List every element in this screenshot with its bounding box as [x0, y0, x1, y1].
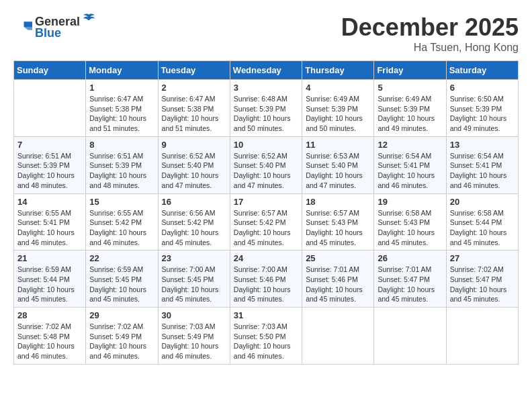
calendar-cell: 3Sunrise: 6:48 AMSunset: 5:39 PMDaylight… — [230, 80, 302, 137]
day-info: Sunrise: 6:52 AMSunset: 5:40 PMDaylight:… — [162, 151, 226, 191]
calendar-cell: 19Sunrise: 6:58 AMSunset: 5:43 PMDayligh… — [374, 193, 446, 250]
day-info: Sunrise: 6:48 AMSunset: 5:39 PMDaylight:… — [234, 94, 298, 134]
day-number: 8 — [89, 140, 154, 150]
day-info: Sunrise: 6:47 AMSunset: 5:38 PMDaylight:… — [89, 94, 154, 134]
day-number: 24 — [234, 253, 298, 263]
calendar-cell: 25Sunrise: 7:01 AMSunset: 5:46 PMDayligh… — [302, 250, 374, 308]
weekday-header-monday: Monday — [86, 61, 158, 80]
weekday-header-friday: Friday — [374, 61, 446, 80]
calendar-cell — [374, 308, 446, 365]
weekday-header-thursday: Thursday — [302, 61, 374, 80]
calendar-cell: 18Sunrise: 6:57 AMSunset: 5:43 PMDayligh… — [302, 193, 374, 250]
logo-bird-icon — [81, 13, 96, 26]
day-info: Sunrise: 6:54 AMSunset: 5:41 PMDaylight:… — [378, 151, 442, 191]
day-info: Sunrise: 7:00 AMSunset: 5:46 PMDaylight:… — [234, 265, 298, 304]
weekday-header-wednesday: Wednesday — [230, 61, 302, 80]
day-number: 20 — [450, 197, 515, 207]
day-number: 23 — [162, 253, 226, 263]
calendar-cell: 11Sunrise: 6:53 AMSunset: 5:40 PMDayligh… — [302, 136, 374, 193]
day-number: 22 — [89, 253, 154, 263]
day-number: 15 — [89, 197, 154, 207]
day-info: Sunrise: 6:58 AMSunset: 5:43 PMDaylight:… — [378, 208, 442, 248]
day-info: Sunrise: 6:51 AMSunset: 5:39 PMDaylight:… — [17, 151, 82, 191]
day-info: Sunrise: 7:03 AMSunset: 5:50 PMDaylight:… — [234, 322, 298, 361]
day-info: Sunrise: 6:50 AMSunset: 5:39 PMDaylight:… — [450, 94, 515, 134]
calendar-cell: 29Sunrise: 7:02 AMSunset: 5:49 PMDayligh… — [86, 308, 158, 365]
calendar-cell: 2Sunrise: 6:47 AMSunset: 5:38 PMDaylight… — [158, 80, 230, 137]
weekday-header-row: SundayMondayTuesdayWednesdayThursdayFrid… — [14, 61, 519, 80]
calendar-cell: 21Sunrise: 6:59 AMSunset: 5:44 PMDayligh… — [14, 250, 86, 308]
calendar-week-row: 28Sunrise: 7:02 AMSunset: 5:48 PMDayligh… — [14, 308, 519, 365]
day-info: Sunrise: 6:47 AMSunset: 5:38 PMDaylight:… — [162, 94, 226, 134]
day-info: Sunrise: 7:02 AMSunset: 5:47 PMDaylight:… — [450, 265, 515, 304]
calendar-cell: 23Sunrise: 7:00 AMSunset: 5:45 PMDayligh… — [158, 250, 230, 308]
day-info: Sunrise: 6:49 AMSunset: 5:39 PMDaylight:… — [306, 94, 370, 134]
calendar-cell: 16Sunrise: 6:56 AMSunset: 5:42 PMDayligh… — [158, 193, 230, 250]
calendar-cell: 13Sunrise: 6:54 AMSunset: 5:41 PMDayligh… — [446, 136, 518, 193]
logo-icon — [13, 19, 32, 34]
day-number: 27 — [450, 253, 515, 263]
svg-rect-3 — [13, 19, 23, 34]
calendar-cell: 30Sunrise: 7:03 AMSunset: 5:49 PMDayligh… — [158, 308, 230, 365]
logo: General Blue — [13, 13, 96, 40]
day-number: 6 — [450, 83, 515, 93]
day-number: 25 — [306, 253, 370, 263]
title-area: December 2025 Ha Tsuen, Hong Kong — [341, 13, 519, 54]
day-number: 26 — [378, 253, 442, 263]
day-info: Sunrise: 7:00 AMSunset: 5:45 PMDaylight:… — [162, 265, 226, 304]
calendar-cell: 12Sunrise: 6:54 AMSunset: 5:41 PMDayligh… — [374, 136, 446, 193]
day-info: Sunrise: 6:59 AMSunset: 5:44 PMDaylight:… — [17, 265, 82, 304]
day-number: 3 — [234, 83, 298, 93]
day-number: 14 — [17, 197, 82, 207]
weekday-header-saturday: Saturday — [446, 61, 518, 80]
calendar-cell: 14Sunrise: 6:55 AMSunset: 5:41 PMDayligh… — [14, 193, 86, 250]
day-number: 10 — [234, 140, 298, 150]
calendar-cell — [302, 308, 374, 365]
location: Ha Tsuen, Hong Kong — [341, 42, 519, 54]
day-info: Sunrise: 6:52 AMSunset: 5:40 PMDaylight:… — [234, 151, 298, 191]
day-number: 21 — [17, 253, 82, 263]
calendar-cell: 8Sunrise: 6:51 AMSunset: 5:39 PMDaylight… — [86, 136, 158, 193]
day-number: 19 — [378, 197, 442, 207]
day-info: Sunrise: 7:02 AMSunset: 5:48 PMDaylight:… — [17, 322, 82, 361]
day-number: 16 — [162, 197, 226, 207]
day-number: 18 — [306, 197, 370, 207]
day-number: 9 — [162, 140, 226, 150]
calendar-week-row: 21Sunrise: 6:59 AMSunset: 5:44 PMDayligh… — [14, 250, 519, 308]
calendar-week-row: 7Sunrise: 6:51 AMSunset: 5:39 PMDaylight… — [14, 136, 519, 193]
day-info: Sunrise: 7:02 AMSunset: 5:49 PMDaylight:… — [89, 322, 154, 361]
calendar-cell: 10Sunrise: 6:52 AMSunset: 5:40 PMDayligh… — [230, 136, 302, 193]
calendar-cell: 5Sunrise: 6:49 AMSunset: 5:39 PMDaylight… — [374, 80, 446, 137]
day-number: 11 — [306, 140, 370, 150]
day-number: 7 — [17, 140, 82, 150]
calendar-cell: 27Sunrise: 7:02 AMSunset: 5:47 PMDayligh… — [446, 250, 518, 308]
day-number: 30 — [162, 310, 226, 320]
svg-marker-1 — [24, 21, 32, 27]
day-info: Sunrise: 6:56 AMSunset: 5:42 PMDaylight:… — [162, 208, 226, 248]
calendar-week-row: 14Sunrise: 6:55 AMSunset: 5:41 PMDayligh… — [14, 193, 519, 250]
day-info: Sunrise: 6:49 AMSunset: 5:39 PMDaylight:… — [378, 94, 442, 134]
day-info: Sunrise: 6:57 AMSunset: 5:43 PMDaylight:… — [306, 208, 370, 248]
calendar-cell: 1Sunrise: 6:47 AMSunset: 5:38 PMDaylight… — [86, 80, 158, 137]
day-info: Sunrise: 6:58 AMSunset: 5:44 PMDaylight:… — [450, 208, 515, 248]
day-info: Sunrise: 6:55 AMSunset: 5:41 PMDaylight:… — [17, 208, 82, 248]
calendar-cell: 4Sunrise: 6:49 AMSunset: 5:39 PMDaylight… — [302, 80, 374, 137]
day-info: Sunrise: 6:54 AMSunset: 5:41 PMDaylight:… — [450, 151, 515, 191]
day-info: Sunrise: 6:51 AMSunset: 5:39 PMDaylight:… — [89, 151, 154, 191]
calendar-cell: 20Sunrise: 6:58 AMSunset: 5:44 PMDayligh… — [446, 193, 518, 250]
calendar-cell: 31Sunrise: 7:03 AMSunset: 5:50 PMDayligh… — [230, 308, 302, 365]
page-header: General Blue December 2025 Ha Tsuen, Hon… — [13, 13, 519, 54]
month-title: December 2025 — [341, 13, 519, 42]
calendar-cell — [14, 80, 86, 137]
weekday-header-tuesday: Tuesday — [158, 61, 230, 80]
calendar-cell: 22Sunrise: 6:59 AMSunset: 5:45 PMDayligh… — [86, 250, 158, 308]
day-number: 12 — [378, 140, 442, 150]
day-info: Sunrise: 6:59 AMSunset: 5:45 PMDaylight:… — [89, 265, 154, 304]
calendar-table: SundayMondayTuesdayWednesdayThursdayFrid… — [13, 60, 519, 365]
calendar-week-row: 1Sunrise: 6:47 AMSunset: 5:38 PMDaylight… — [14, 80, 519, 137]
calendar-cell: 15Sunrise: 6:55 AMSunset: 5:42 PMDayligh… — [86, 193, 158, 250]
day-info: Sunrise: 7:01 AMSunset: 5:47 PMDaylight:… — [378, 265, 442, 304]
day-number: 28 — [17, 310, 82, 320]
day-number: 17 — [234, 197, 298, 207]
day-number: 29 — [89, 310, 154, 320]
